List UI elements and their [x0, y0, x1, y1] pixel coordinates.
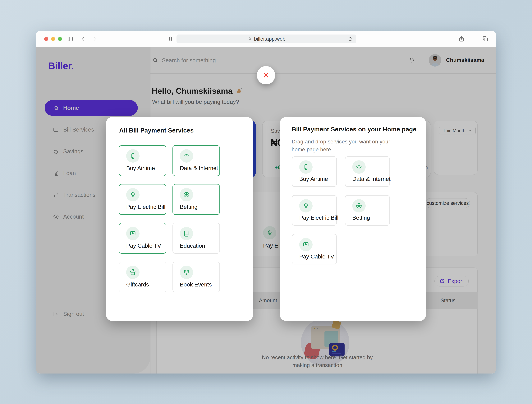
service-tile-label: Giftcards: [126, 281, 149, 288]
service-tile[interactable]: Buy Airtime: [292, 156, 337, 187]
service-tile[interactable]: Data & Internet: [345, 156, 390, 187]
browser-window: biller.app.web Biller. Home Bill Service…: [36, 31, 496, 373]
service-tile[interactable]: Betting: [172, 184, 220, 215]
service-tile-label: Data & Internet: [180, 165, 218, 171]
service-icon: [180, 227, 193, 240]
service-icon: [126, 149, 139, 163]
modal-backdrop[interactable]: [36, 47, 496, 373]
browser-toolbar: biller.app.web: [36, 31, 496, 47]
home-services-modal-title: Bill Payment Services on your Home page: [292, 126, 416, 133]
address-bar[interactable]: biller.app.web: [177, 34, 356, 43]
traffic-light-zoom[interactable]: [58, 37, 62, 41]
service-icon: [180, 188, 193, 201]
service-tile[interactable]: Book Events: [172, 262, 220, 292]
service-tile-label: Buy Airtime: [126, 165, 155, 171]
service-tile-label: Education: [180, 243, 205, 249]
service-tile-label: Betting: [180, 204, 197, 210]
service-tile[interactable]: Betting: [345, 195, 390, 226]
service-icon: [180, 266, 193, 279]
service-icon: [299, 199, 313, 212]
service-icon: [299, 238, 313, 251]
close-modal-button[interactable]: [257, 66, 275, 84]
service-icon: [180, 149, 193, 163]
app-area: Biller. Home Bill Services Savings Loan: [36, 47, 496, 373]
all-services-modal: All Bill Payment Services Buy Airtime Da…: [106, 117, 253, 321]
share-icon[interactable]: [458, 36, 465, 42]
service-tile-label: Buy Airtime: [299, 176, 328, 182]
service-icon: [352, 199, 366, 212]
sidebar-toggle-icon[interactable]: [67, 36, 73, 42]
service-tile-label: Book Events: [180, 281, 212, 288]
service-tile[interactable]: Pay Electric Bill: [119, 184, 166, 215]
new-tab-icon[interactable]: [471, 36, 477, 42]
service-icon: [126, 266, 139, 279]
service-icon: [352, 160, 366, 174]
service-icon: [126, 188, 139, 201]
service-tile-label: Betting: [352, 215, 370, 221]
service-tile-label: Pay Electric Bill: [126, 204, 165, 210]
service-icon: [299, 160, 313, 174]
service-icon: [126, 227, 139, 240]
home-services-modal-subtitle: Drag and drop services you want on your …: [292, 138, 402, 154]
traffic-light-close[interactable]: [44, 37, 48, 41]
service-tile-label: Pay Electric Bill: [299, 215, 338, 221]
service-tile-label: Pay Cable TV: [126, 243, 161, 249]
tab-overview-icon[interactable]: [482, 36, 488, 42]
traffic-light-minimize[interactable]: [51, 37, 55, 41]
home-services-modal: Bill Payment Services on your Home page …: [280, 117, 426, 321]
forward-icon[interactable]: [91, 36, 98, 42]
service-tile[interactable]: Buy Airtime: [119, 145, 166, 176]
service-tile[interactable]: Education: [172, 223, 220, 254]
lock-icon: [247, 37, 252, 41]
privacy-shield-icon[interactable]: [167, 36, 174, 42]
url-text: biller.app.web: [254, 36, 285, 42]
reload-icon[interactable]: [348, 36, 353, 42]
service-tile-label: Pay Cable TV: [299, 253, 334, 260]
back-icon[interactable]: [80, 36, 86, 42]
service-tile[interactable]: Pay Cable TV: [292, 234, 337, 264]
service-tile[interactable]: Data & Internet: [172, 145, 220, 176]
service-tile[interactable]: Pay Electric Bill: [292, 195, 337, 226]
close-icon: [262, 72, 270, 79]
all-services-modal-title: All Bill Payment Services: [119, 127, 194, 134]
home-services-grid: Buy Airtime Data & Internet Pay Electric…: [292, 156, 390, 264]
service-tile[interactable]: Giftcards: [119, 262, 166, 292]
service-tile-label: Data & Internet: [352, 176, 391, 182]
all-services-grid: Buy Airtime Data & Internet Pay Electric…: [119, 145, 220, 292]
service-tile[interactable]: Pay Cable TV: [119, 223, 166, 254]
